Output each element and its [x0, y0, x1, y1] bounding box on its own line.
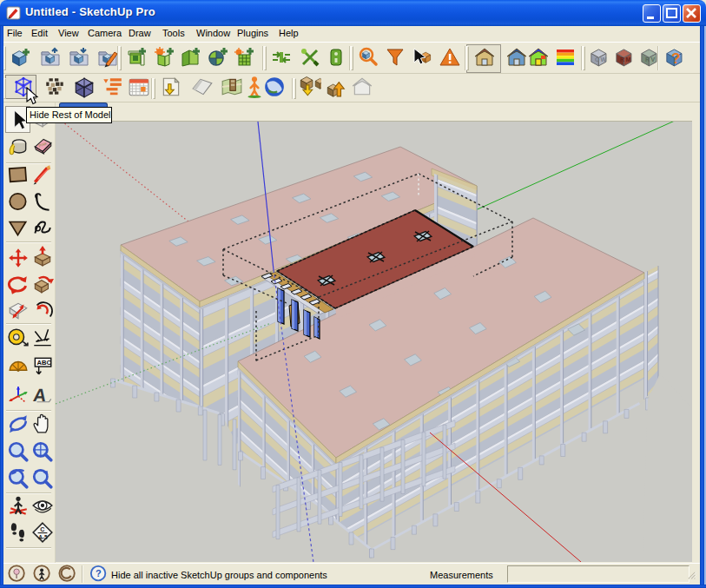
svg-text:M: M: [626, 56, 631, 63]
svg-text:R: R: [620, 56, 624, 63]
svg-text:V: V: [651, 56, 656, 63]
svg-text:C: C: [40, 526, 44, 532]
svg-text:A-5: A-5: [38, 534, 48, 540]
svg-text:?: ?: [671, 50, 680, 67]
svg-text:R: R: [645, 56, 650, 63]
svg-text:W: W: [601, 56, 607, 63]
svg-text:ABC: ABC: [37, 359, 52, 367]
svg-text:?: ?: [96, 568, 102, 578]
svg-text:O: O: [595, 56, 600, 63]
